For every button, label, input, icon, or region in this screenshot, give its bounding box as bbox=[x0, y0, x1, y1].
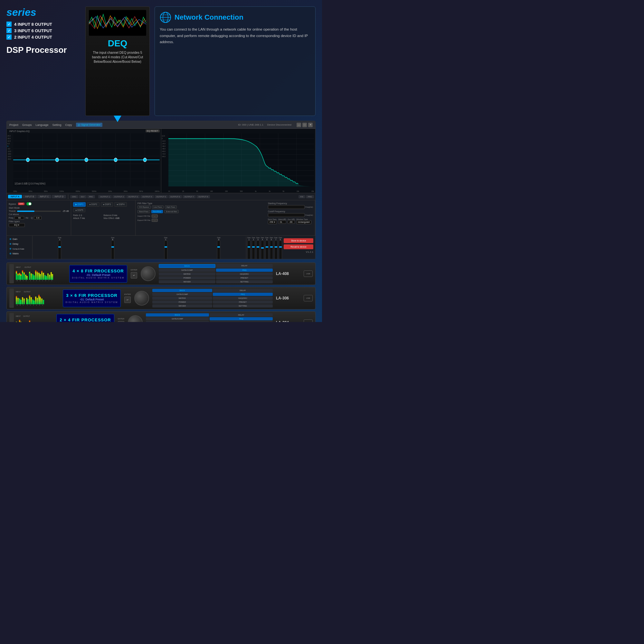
enter-button-408[interactable]: ↵ bbox=[131, 272, 137, 279]
recall-to-device-button[interactable]: Recall to device bbox=[284, 244, 313, 249]
display-main-204: 2 × 4 FIR PROCESSOR bbox=[60, 317, 111, 322]
gate-comp-btn-204[interactable]: GATE/COMP bbox=[146, 317, 209, 320]
usb-port-204: USB bbox=[304, 319, 313, 322]
cut-above-label: Cut above bbox=[9, 213, 69, 215]
tab-prg[interactable]: PRG bbox=[306, 195, 314, 198]
tab-output-5[interactable]: OUTPUT 5 bbox=[155, 195, 168, 198]
store-to-device-button[interactable]: Store to device bbox=[284, 238, 313, 243]
svg-point-28 bbox=[114, 158, 117, 162]
matrix-btn-306[interactable]: MATRIX bbox=[152, 297, 212, 300]
eq-bypass-button[interactable]: EQ RESET bbox=[146, 129, 159, 132]
gate-comp-btn-408[interactable]: GATE/COMP bbox=[159, 269, 215, 272]
preset-btn-408[interactable]: PRESET bbox=[216, 276, 273, 279]
signal-generator-button[interactable]: ((• Signal Generator bbox=[76, 123, 103, 127]
power-btn-306[interactable]: POWER bbox=[152, 300, 212, 304]
menu-groups[interactable]: Groups bbox=[22, 123, 32, 127]
peq-btn-204[interactable]: PEQ bbox=[210, 317, 273, 320]
tab-output-1[interactable]: OUTPUT 1 bbox=[98, 195, 112, 198]
delay-btn-408[interactable]: DELAY bbox=[216, 264, 273, 268]
q-input[interactable]: 0.6 bbox=[34, 216, 42, 220]
fader-output-7: Gain 7 0dB 7 bbox=[274, 237, 278, 259]
rack-display-204: 2 × 4 FIR PROCESSOR -01: Default Preset … bbox=[56, 314, 114, 322]
mover-btn-408[interactable]: MOVER bbox=[159, 280, 215, 283]
dsp-btn-3[interactable]: ● DSP3 bbox=[101, 202, 113, 207]
rack-knob-204[interactable] bbox=[128, 315, 143, 322]
tab-input-d[interactable]: INPUT D bbox=[52, 195, 66, 198]
tab-fix[interactable]: FIX bbox=[298, 195, 305, 198]
tab-dly[interactable]: DLY bbox=[79, 195, 86, 198]
enter-button-204[interactable]: ↵ bbox=[118, 321, 124, 322]
checkmark-icon: ✓ bbox=[6, 34, 12, 40]
external-filter-btn[interactable]: External filter bbox=[164, 210, 179, 213]
fader-group-b: Gain B 0dB B bbox=[86, 237, 139, 259]
rack-knob-306[interactable] bbox=[134, 291, 149, 306]
matrix-btn-408[interactable]: MATRIX bbox=[159, 272, 215, 276]
peq-btn-408[interactable]: PEQ bbox=[216, 269, 273, 272]
menu-copy[interactable]: Copy bbox=[65, 123, 72, 127]
back-btn-408[interactable]: BACK bbox=[159, 264, 215, 268]
bandstop-btn[interactable]: BandStop bbox=[151, 210, 163, 213]
ass-label: Ass (dB) bbox=[288, 218, 295, 220]
ass-input[interactable]: -96 bbox=[288, 220, 295, 224]
enter-button-306[interactable]: ↵ bbox=[124, 297, 131, 303]
dsp-btn-2[interactable]: ● DSP2 bbox=[87, 202, 99, 207]
menu-language[interactable]: Language bbox=[36, 123, 49, 127]
tab-prc[interactable]: PRC bbox=[87, 195, 95, 198]
peq-btn-306[interactable]: PEQ bbox=[213, 293, 273, 296]
freq-input[interactable]: 90 bbox=[14, 216, 24, 220]
geq-drc-btn-204[interactable]: GEQ/DRC bbox=[210, 321, 273, 322]
power-btn-408[interactable]: POWER bbox=[159, 276, 215, 279]
export-fir-button[interactable]: ... bbox=[152, 219, 158, 222]
tab-output-4[interactable]: OUTPUT 4 bbox=[140, 195, 154, 198]
low-pass-btn[interactable]: Low Pass bbox=[152, 205, 164, 209]
tab-drc[interactable]: DRC bbox=[70, 195, 78, 198]
tab-output-7[interactable]: OUTPUT 7 bbox=[183, 195, 196, 198]
dsp-btn-4[interactable]: ● DSP4 bbox=[114, 202, 127, 207]
bypass-toggle[interactable]: OFF bbox=[18, 203, 24, 205]
tab-output-8[interactable]: OUTPUT 8 bbox=[196, 195, 210, 198]
bypass-label: Bypass bbox=[9, 203, 16, 205]
menu-setting[interactable]: Setting bbox=[52, 123, 62, 127]
nav-matrix[interactable]: ⊕ Matrix bbox=[8, 251, 31, 256]
mover-btn-306[interactable]: MOVER bbox=[152, 304, 212, 308]
back-btn-306[interactable]: BACK bbox=[152, 289, 212, 292]
setting-btn-408[interactable]: SETTING bbox=[216, 280, 273, 283]
delay-btn-204[interactable]: DELAY bbox=[210, 313, 273, 317]
display-type-408: DIGITAL AUDIO MATRIX SYSTEM bbox=[72, 277, 125, 279]
atten-label: Atten(dB) bbox=[278, 218, 286, 220]
fir-bypass-btn[interactable]: FIX Bypass bbox=[137, 205, 151, 209]
band-pass-btn[interactable]: Band Pass bbox=[137, 210, 150, 213]
tab-input-c[interactable]: INPUT C bbox=[37, 195, 52, 198]
dsp-btn-5[interactable]: ● DSP5 bbox=[73, 208, 85, 212]
setting-btn-306[interactable]: SETTING bbox=[213, 304, 273, 308]
matrix-btn-204[interactable]: MATRIX bbox=[146, 321, 209, 322]
window-type-select[interactable]: rectangula▾ bbox=[296, 220, 311, 224]
preset-btn-306[interactable]: PRESET bbox=[213, 300, 273, 304]
minimize-button[interactable]: — bbox=[297, 123, 301, 127]
filter-type-select[interactable]: EQ ▾ bbox=[9, 223, 25, 227]
back-btn-204[interactable]: BACK bbox=[146, 313, 209, 317]
display-main-306: 3 × 6 FIR PROCESSOR bbox=[66, 293, 118, 298]
high-pass-btn[interactable]: High Pass bbox=[165, 205, 177, 209]
tab-input-a[interactable]: INPUT A bbox=[8, 195, 22, 198]
atten-input[interactable]: 01 bbox=[278, 220, 286, 224]
close-button[interactable]: ✕ bbox=[308, 123, 313, 127]
num-taps-input[interactable]: 256 ▾ bbox=[268, 220, 277, 224]
maximize-button[interactable]: □ bbox=[302, 123, 307, 127]
tab-output-6[interactable]: OUTPUT 6 bbox=[168, 195, 182, 198]
rack-knob-408[interactable] bbox=[141, 266, 156, 281]
delay-btn-306[interactable]: DELAY bbox=[213, 289, 273, 292]
nav-gain[interactable]: ⊕ Gain bbox=[8, 237, 31, 241]
nav-comp-gate[interactable]: ⊕ Comp & Gate bbox=[8, 247, 31, 251]
import-fir-button[interactable]: ... bbox=[152, 214, 158, 218]
geq-drc-btn-306[interactable]: GEQ/DRC bbox=[213, 297, 273, 300]
tab-output-3[interactable]: OUTPUT 3 bbox=[126, 195, 140, 198]
nav-delay[interactable]: ⊕ Delay bbox=[8, 242, 31, 246]
tab-output-2[interactable]: OUTPUT 2 bbox=[112, 195, 126, 198]
tab-input-b[interactable]: INPUT B bbox=[23, 195, 37, 198]
gate-comp-btn-306[interactable]: GATE/COMP bbox=[152, 293, 212, 296]
num-taps-label: Num.Taps bbox=[268, 218, 277, 220]
geq-drc-btn-408[interactable]: GEQ/DRC bbox=[216, 272, 273, 276]
dsp-btn-1[interactable]: ▶ DSP1 bbox=[73, 202, 86, 207]
menu-project[interactable]: Project bbox=[9, 123, 18, 127]
